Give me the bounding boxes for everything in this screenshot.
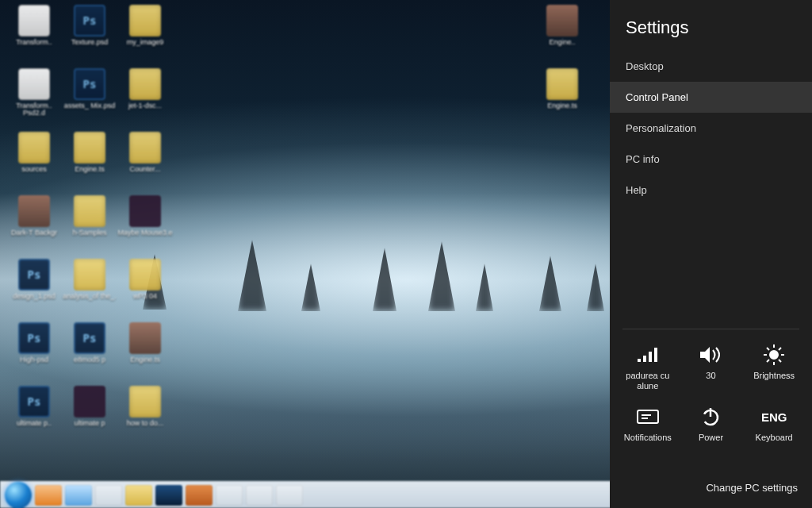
desktop-icon[interactable]: ultimate p <box>62 386 117 449</box>
volume-icon <box>699 344 722 366</box>
quick-network[interactable]: padurea cu alune <box>616 344 680 406</box>
svg-rect-3 <box>654 348 657 362</box>
quick-label: 30 <box>706 371 715 381</box>
taskbar-btn-explorer[interactable] <box>65 485 92 506</box>
taskbar-btn-folder[interactable] <box>125 485 152 506</box>
svg-rect-0 <box>638 359 641 362</box>
quick-brightness[interactable]: Brightness <box>742 344 806 406</box>
svg-line-11 <box>779 360 781 362</box>
desktop-icons-right: Engine..Engine.ts <box>534 5 590 132</box>
settings-item-pc-info[interactable]: PC info <box>610 144 812 175</box>
desktop-icon[interactable]: my_image9 <box>117 5 173 68</box>
settings-item-personalization[interactable]: Personalization <box>610 113 812 144</box>
desktop-icon[interactable]: sources <box>6 132 62 195</box>
brightness-icon <box>763 344 785 366</box>
svg-rect-2 <box>649 352 652 362</box>
quick-power[interactable]: Power <box>680 406 743 468</box>
desktop-icon[interactable]: Psdesign_1.psd <box>6 259 62 322</box>
settings-item-desktop[interactable]: Desktop <box>610 51 812 82</box>
network-icon <box>636 344 660 366</box>
desktop-icon[interactable]: Dark-T Backgr <box>6 195 62 259</box>
svg-marker-4 <box>700 347 710 363</box>
desktop-icon[interactable]: Psassets_ Mix.psd <box>62 68 117 132</box>
taskbar-btn-chrome[interactable] <box>95 485 122 506</box>
taskbar-btn[interactable] <box>246 485 273 506</box>
quick-volume[interactable]: 30 <box>680 344 743 406</box>
desktop-icon[interactable]: PsHigh-psd <box>6 322 62 386</box>
desktop-icon[interactable]: Pse8mod5 p <box>62 322 117 386</box>
settings-item-help[interactable]: Help <box>610 175 812 206</box>
quick-keyboard[interactable]: ENGKeyboard <box>742 406 806 468</box>
quick-label: Power <box>699 433 723 443</box>
svg-point-5 <box>770 351 778 359</box>
quick-label: Notifications <box>624 433 672 443</box>
taskbar-btn[interactable] <box>186 485 213 506</box>
desktop-icons-left: Transform..PsTexture.psdmy_image9Transfo… <box>6 5 189 449</box>
taskbar-btn-ps[interactable] <box>155 485 182 506</box>
desktop-icon[interactable]: wP3 04 <box>117 259 173 322</box>
settings-item-control-panel[interactable]: Control Panel <box>610 82 812 113</box>
quick-label: padurea cu alune <box>616 371 680 391</box>
desktop-icon[interactable]: how to do... <box>117 386 173 449</box>
quick-label: Brightness <box>753 371 795 381</box>
desktop-icon[interactable]: PsTexture.psd <box>62 5 117 68</box>
desktop-icon[interactable]: Maybe Mouse3.e <box>117 195 173 259</box>
desktop-icon[interactable]: analysis_of the_. <box>62 259 117 322</box>
svg-line-10 <box>767 348 769 350</box>
notifications-icon <box>636 406 660 428</box>
svg-rect-1 <box>643 356 646 362</box>
desktop-icon[interactable]: Engine.ts <box>62 132 117 195</box>
quick-label: Keyboard <box>756 433 793 443</box>
desktop-icon[interactable]: Transform.. <box>6 5 62 68</box>
quick-notifications[interactable]: Notifications <box>616 406 680 468</box>
taskbar-btn[interactable] <box>216 485 243 506</box>
svg-line-12 <box>779 348 781 350</box>
desktop-icon[interactable]: Engine.ts <box>117 322 173 386</box>
desktop-icon[interactable]: Psultimate p.. <box>6 386 62 449</box>
desktop-icon[interactable]: Transform.. Psd2.d <box>6 68 62 132</box>
desktop-icon[interactable]: h-Samples <box>62 195 117 259</box>
pane-title: Settings <box>610 0 812 51</box>
desktop-icon[interactable]: Engine.. <box>534 5 590 68</box>
svg-line-13 <box>767 360 769 362</box>
quick-settings-grid: padurea cu alune30BrightnessNotification… <box>610 329 812 475</box>
change-pc-settings-link[interactable]: Change PC settings <box>610 475 812 508</box>
settings-charm-pane: Settings DesktopControl PanelPersonaliza… <box>610 0 812 508</box>
taskbar-btn[interactable] <box>276 485 303 506</box>
desktop-icon[interactable]: Counter... <box>117 132 173 195</box>
power-icon <box>700 406 721 428</box>
start-orb[interactable] <box>5 482 32 509</box>
svg-rect-14 <box>638 410 658 423</box>
taskbar-btn-firefox[interactable] <box>35 485 62 506</box>
desktop-icon[interactable]: jet-1-dsc... <box>117 68 173 132</box>
keyboard-icon: ENG <box>761 406 787 428</box>
desktop-icon[interactable]: Engine.ts <box>534 68 590 132</box>
